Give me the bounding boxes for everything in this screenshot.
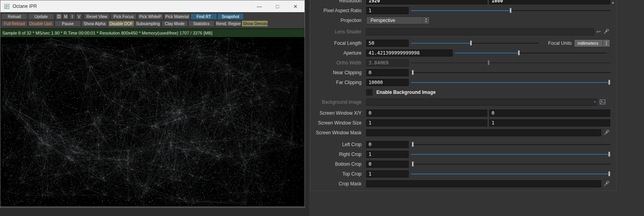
snapshot-button[interactable]: Snapshot (217, 13, 244, 20)
jump-to-operator-icon[interactable]: ↩ (596, 29, 601, 35)
toggle-i-button[interactable]: I (69, 13, 75, 20)
disable-update-button[interactable]: Disable Upd. (28, 20, 54, 27)
param-row-near-clipping: Near Clipping (310, 68, 616, 77)
find-rt-button[interactable]: Find RT (191, 13, 217, 20)
left-crop-slider[interactable] (411, 141, 611, 148)
screen: Octane IPR — □ ✕ Reload Update D M I V R… (0, 0, 644, 216)
background-image-input[interactable] (366, 99, 597, 106)
slider-handle[interactable] (412, 161, 414, 167)
focal-length-input[interactable] (366, 40, 409, 47)
pick-material-button[interactable]: Pick Material (164, 13, 190, 20)
crop-mask-input[interactable] (366, 180, 601, 187)
reset-view-button[interactable]: Reset View (84, 13, 110, 20)
param-row-far-clipping: Far Clipping (310, 77, 616, 87)
enable-background-image-label: Enable Background Image (376, 90, 436, 95)
dropdown-down-icon: ▼ (605, 43, 608, 46)
close-button[interactable]: ✕ (286, 0, 305, 12)
right-crop-label: Right Crop (310, 152, 366, 157)
show-alpha-button[interactable]: Show Alpha (81, 20, 108, 27)
screen-window-size-y-input[interactable] (489, 119, 610, 126)
resolution-x-input[interactable] (366, 0, 487, 4)
bottom-crop-slider[interactable] (411, 161, 611, 167)
ortho-width-input[interactable] (366, 59, 409, 66)
update-button[interactable]: Update (28, 13, 54, 20)
slider-handle[interactable] (470, 40, 472, 46)
toggle-d-button[interactable]: D (56, 13, 62, 20)
pixel-aspect-ratio-input[interactable] (366, 7, 409, 14)
full-reload-button[interactable]: Full Reload (1, 20, 28, 27)
slider-handle[interactable] (518, 50, 520, 55)
show-denoise-button[interactable]: Show Denoise (242, 20, 268, 27)
background-image-label: Background Image (310, 99, 366, 105)
screen-window-y-input[interactable] (489, 110, 610, 117)
aperture-label: Aperture (310, 50, 366, 56)
slider-handle[interactable] (608, 80, 610, 85)
right-crop-input[interactable] (366, 151, 409, 158)
pause-button[interactable]: Pause (55, 20, 81, 27)
left-crop-label: Left Crop (310, 142, 366, 147)
top-crop-input[interactable] (366, 170, 409, 178)
param-row-ortho-width: Ortho Width (310, 58, 616, 68)
far-clipping-slider[interactable] (411, 79, 611, 86)
far-clipping-input[interactable] (366, 79, 409, 86)
aperture-slider[interactable] (455, 50, 607, 56)
ipr-toolbar: Reload Update D M I V Reset View Pick Fo… (0, 12, 305, 29)
enable-background-image-checkbox[interactable] (366, 89, 372, 95)
file-chooser-icon[interactable] (600, 99, 605, 105)
projection-label: Projection (310, 18, 366, 23)
pixel-aspect-ratio-slider[interactable] (411, 7, 611, 14)
screen-window-x-input[interactable] (366, 110, 487, 117)
near-clipping-slider[interactable] (411, 70, 611, 76)
projection-dropdown[interactable]: Perspective ▲ ▼ (366, 16, 430, 24)
param-row-screen-window-size: Screen Window Size (310, 118, 616, 128)
window-title: Octane IPR (13, 4, 37, 9)
pick-whitepoint-button[interactable]: Pick WhiteP (137, 13, 163, 20)
op-chooser-icon[interactable] (604, 181, 609, 187)
lens-shader-input[interactable] (366, 28, 594, 35)
pick-focus-button[interactable]: Pick Focus (110, 13, 137, 20)
toggle-v-button[interactable]: V (76, 13, 82, 20)
field-dropdown-icon[interactable]: ▾ (594, 100, 596, 104)
op-chooser-icon[interactable] (604, 130, 609, 136)
near-clipping-input[interactable] (366, 69, 409, 76)
reload-button[interactable]: Reload (1, 13, 28, 20)
top-crop-slider[interactable] (411, 171, 611, 177)
slider-handle[interactable] (608, 152, 610, 157)
slider-handle[interactable] (608, 171, 610, 176)
app-icon (4, 4, 10, 9)
param-row-aperture: Aperture (310, 48, 616, 58)
op-chooser-icon[interactable] (603, 29, 609, 35)
clay-mode-button[interactable]: Clay Mode (161, 20, 188, 27)
toggle-m-button[interactable]: M (62, 13, 69, 20)
focal-units-label: Focal Units (548, 40, 574, 46)
aperture-input[interactable] (366, 49, 453, 57)
title-bar[interactable]: Octane IPR — □ ✕ (0, 0, 305, 12)
screen-window-mask-input[interactable] (366, 129, 601, 136)
slider-handle[interactable] (412, 142, 414, 147)
resolution-y-input[interactable] (489, 0, 610, 4)
left-crop-input[interactable] (366, 141, 409, 148)
param-row-crop-mask: Crop Mask (310, 179, 616, 189)
minimize-button[interactable]: — (250, 0, 268, 12)
slider-handle[interactable] (510, 8, 512, 13)
statistics-button[interactable]: Statistics (188, 20, 215, 27)
render-viewport[interactable] (0, 37, 305, 206)
param-row-screen-window-xy: Screen Window X/Y (310, 108, 616, 118)
minimize-icon: — (257, 4, 262, 9)
subsampling-button[interactable]: Subsampling (135, 20, 161, 27)
parameter-rows: Resolution Pixel Aspect Ratio Projection… (310, 0, 616, 189)
focal-length-slider[interactable] (411, 40, 539, 46)
right-crop-slider[interactable] (411, 151, 611, 157)
render-region-button[interactable]: Rend. Region (215, 20, 241, 27)
focal-units-value: millimeters (574, 40, 603, 47)
screen-window-size-x-input[interactable] (366, 119, 487, 126)
lens-shader-label: Lens Shader (310, 29, 366, 35)
toolbar-row-1: Reload Update D M I V Reset View Pick Fo… (1, 13, 304, 20)
param-row-screen-window-mask: Screen Window Mask (310, 128, 616, 137)
dropdown-up-icon: ▲ (425, 18, 427, 20)
maximize-button[interactable]: □ (268, 0, 286, 12)
slider-handle[interactable] (412, 70, 414, 75)
disable-dof-button[interactable]: Disable DOF (108, 20, 134, 27)
focal-units-dropdown[interactable]: millimeters ▲ ▼ (574, 39, 610, 47)
bottom-crop-input[interactable] (366, 161, 409, 168)
